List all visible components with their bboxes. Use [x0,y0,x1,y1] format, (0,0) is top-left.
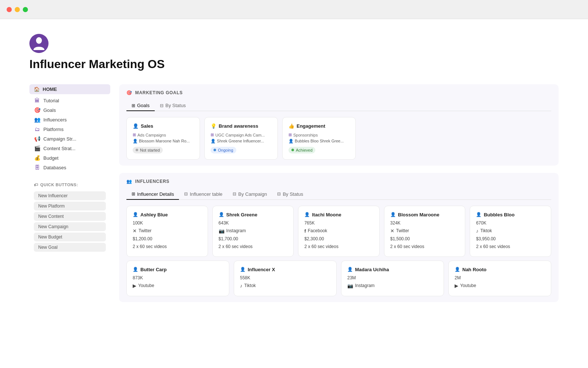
sales-status-dot [136,149,138,151]
youtube-icon-2: ▶ [455,283,458,289]
blossom-followers: 324K [390,220,459,226]
brand-icon: 💡 [211,123,216,129]
blossom-platform: ✕ Twitter [390,228,459,234]
maximize-button[interactable] [23,7,28,12]
goals-tab-icon: ⊞ [132,103,135,108]
influencers-icon: 👥 [34,117,40,123]
sidebar-item-budget[interactable]: 💰 Budget [29,153,110,163]
campaign-str-icon: 📢 [34,136,40,142]
ashley-followers: 100K [133,220,202,226]
people-icon-1: 👤 [133,139,138,143]
influencers-header: 👥 INFLUENCERS [126,179,551,184]
close-button[interactable] [7,7,12,12]
main-content: 🏠 HOME 🏛 Tutorial 🎯 Goals 👥 Influencers … [0,78,588,368]
goal-card-sales-title: 👤 Sales [133,123,194,129]
new-budget-button[interactable]: New Budget [34,233,106,241]
tab-inf-by-status[interactable]: ⊟ By Status [272,189,308,200]
influencer-card-itachi-moone: 👤 Itachi Moone 765K f Facebook [298,206,380,257]
sales-icon: 👤 [133,123,139,129]
sidebar-item-platforms[interactable]: 🗂 Platforms [29,124,110,134]
facebook-icon: f [304,228,306,234]
influencer-details-tab-icon: ⊞ [132,191,135,197]
nah-followers: 2M [455,275,545,280]
twitter-icon-2: ✕ [390,228,394,234]
brand-campaigns: ⊞ UGC Campaign Ads Cam... [211,132,272,137]
minimize-button[interactable] [15,7,20,12]
quick-buttons-icon: 🏷 [34,183,38,187]
tab-by-campaign[interactable]: ⊟ By Campaign [227,189,272,200]
influencer-card-ashley-blue: 👤 Ashley Blue 100K ✕ Twitter [126,206,208,257]
shrek-deliverable: 2 x 60 sec videos [219,244,288,249]
tab-by-status[interactable]: ⊟ By Status [155,100,191,111]
influencer-card-butter-carp: 👤 Butter Carp 873K ▶ Youtube [126,261,229,296]
new-influencer-button[interactable]: New Influencer [34,191,106,200]
blossom-budget: $1,500.00 [390,236,459,241]
platforms-icon: 🗂 [34,126,40,132]
youtube-icon: ▶ [133,283,136,289]
blossom-person-icon: 👤 [390,212,396,217]
new-platform-button[interactable]: New Platform [34,202,106,210]
itachi-followers: 765K [304,220,373,226]
tab-influencer-table[interactable]: ⊟ Influencer table [179,189,227,200]
nah-person-icon: 👤 [455,267,460,272]
butter-platform: ▶ Youtube [133,283,223,289]
influencer-cards-row-2: 👤 Butter Carp 873K ▶ Youtube [126,261,551,296]
sidebar-item-influencers[interactable]: 👥 Influencers [29,115,110,124]
sidebar-item-campaign-str[interactable]: 📢 Campaign Str... [29,134,110,144]
madara-platform: 📷 Instagram [347,283,438,289]
sales-people: 👤 Blossom Maroone Nah Ro... [133,139,194,144]
tab-goals[interactable]: ⊞ Goals [126,100,155,111]
influencer-card-nah-rooto: 👤 Nah Rooto 2M ▶ Youtube [448,261,551,296]
inf-x-platform: ♪ Tiktok [240,283,330,289]
brand-campaigns-icon: ⊞ [211,132,214,137]
svg-point-0 [36,37,42,44]
engagement-campaigns-icon: ⊞ [288,132,292,137]
sidebar-item-databases[interactable]: 🗄 Databases [29,163,110,172]
madara-uchiha-name: 👤 Madara Uchiha [347,267,438,272]
brand-status-dot [214,149,216,151]
influencers-section-icon: 👥 [126,179,132,184]
ashley-platform: ✕ Twitter [133,228,202,234]
sidebar-item-goals[interactable]: 🎯 Goals [29,105,110,115]
butter-carp-name: 👤 Butter Carp [133,267,223,272]
ashley-blue-name: 👤 Ashley Blue [133,212,202,217]
engagement-people-icon: 👤 [288,139,294,143]
engagement-status-dot [291,149,294,151]
engagement-icon: 👍 [288,123,294,129]
bubbles-budget: $3,950.00 [476,236,545,241]
logo-icon [33,37,44,50]
influencer-card-madara-uchiha: 👤 Madara Uchiha 23M 📷 Instagram [341,261,444,296]
sidebar-item-tutorial[interactable]: 🏛 Tutorial [29,96,110,105]
influencers-section: 👥 INFLUENCERS ⊞ Influencer Details ⊟ Inf… [119,173,559,302]
madara-followers: 23M [347,275,438,280]
bubbles-deliverable: 2 x 60 sec videos [476,244,545,249]
goal-card-sales: 👤 Sales ⊞ Ads Campaigns 👤 Blossom Maroon… [126,117,200,160]
blossom-deliverable: 2 x 60 sec videos [390,244,459,249]
tutorial-icon: 🏛 [34,98,40,103]
new-campaign-button[interactable]: New Campaign [34,222,106,231]
window-chrome [0,0,588,19]
page-title: Influencer Marketing OS [29,57,559,71]
home-icon: 🏠 [34,86,40,92]
ashley-budget: $1,200.00 [133,236,202,241]
new-content-button[interactable]: New Content [34,212,106,221]
content-area: 🎯 MARKETING GOALS ⊞ Goals ⊟ By Status [110,78,559,368]
app-container: Influencer Marketing OS 🏠 HOME 🏛 Tutoria… [0,19,588,368]
goal-cards-row: 👤 Sales ⊞ Ads Campaigns 👤 Blossom Maroon… [126,117,551,160]
new-goal-button[interactable]: New Goal [34,243,106,252]
marketing-goals-section: 🎯 MARKETING GOALS ⊞ Goals ⊟ By Status [119,84,559,166]
twitter-icon: ✕ [133,228,137,234]
sales-status-badge: Not started [133,147,163,153]
itachi-person-icon: 👤 [304,212,310,217]
quick-buttons-label: 🏷 QUICK BUTTONS: [29,181,110,190]
sidebar-item-home[interactable]: 🏠 HOME [29,84,110,94]
itachi-deliverable: 2 x 60 sec videos [304,244,373,249]
tiktok-icon-2: ♪ [240,283,243,289]
sidebar-item-content-strat[interactable]: 🎬 Content Strat... [29,144,110,153]
instagram-icon: 📷 [219,228,225,234]
tab-influencer-details[interactable]: ⊞ Influencer Details [126,189,179,200]
itachi-moone-name: 👤 Itachi Moone [304,212,373,217]
engagement-people: 👤 Bubbles Bloo Shrek Gree... [288,139,349,144]
goals-tabs: ⊞ Goals ⊟ By Status [126,100,551,111]
engagement-status-badge: Achieved [288,147,315,153]
